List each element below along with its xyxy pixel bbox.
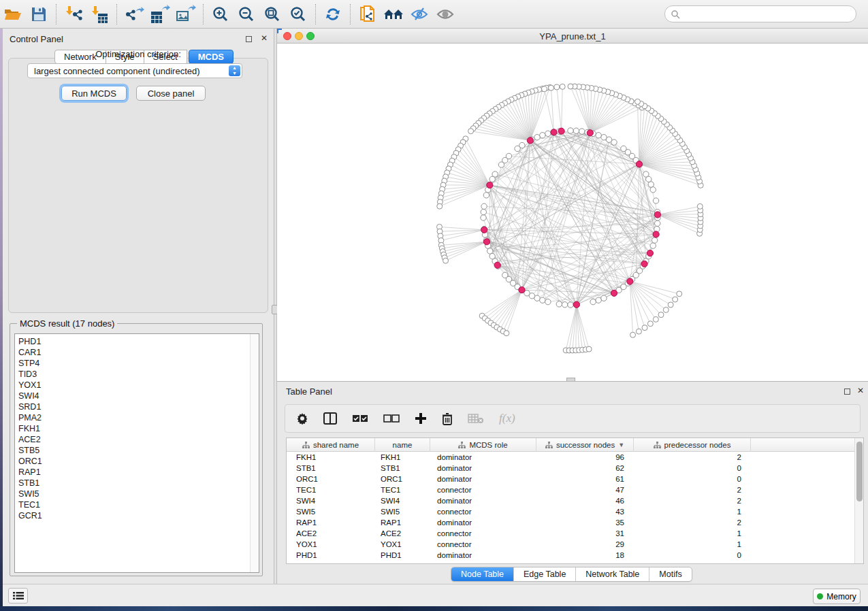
table-cell[interactable]: SWI5 [287, 506, 375, 517]
close-panel-icon[interactable]: ✕ [261, 33, 268, 43]
select-all-button[interactable] [352, 408, 368, 429]
export-image-button[interactable] [173, 3, 199, 26]
network-node[interactable] [663, 307, 669, 312]
memory-button[interactable]: Memory [813, 589, 861, 604]
table-cell[interactable]: PHD1 [375, 550, 430, 561]
network-node[interactable] [647, 321, 653, 327]
table-cell[interactable]: 2 [634, 517, 751, 528]
table-cell[interactable]: dominator [430, 495, 536, 506]
network-node[interactable] [586, 346, 592, 352]
zoom-selected-button[interactable] [285, 3, 311, 26]
network-node[interactable] [548, 85, 553, 90]
table-cell[interactable]: TEC1 [375, 484, 430, 495]
table-cell[interactable]: SWI5 [375, 506, 430, 517]
table-cell[interactable]: 35 [536, 517, 634, 528]
network-node[interactable] [560, 84, 565, 89]
mcds-result-item[interactable]: SWI5 [18, 489, 250, 499]
network-node[interactable] [554, 84, 560, 90]
table-cell[interactable]: FKH1 [375, 452, 430, 463]
table-cell[interactable]: 1 [634, 506, 751, 517]
table-row[interactable]: SWI5SWI5connector431 [287, 506, 854, 517]
table-cell[interactable]: STB1 [375, 463, 430, 474]
network-hub-node[interactable] [551, 129, 557, 135]
mcds-result-item[interactable]: FKH1 [18, 423, 250, 434]
network-node[interactable] [601, 135, 607, 140]
network-node[interactable] [556, 301, 562, 307]
network-hub-node[interactable] [627, 278, 633, 284]
network-node[interactable] [498, 162, 504, 167]
network-node[interactable] [596, 297, 601, 303]
tab-network-table[interactable]: Network Table [576, 567, 649, 581]
table-cell[interactable]: connector [430, 506, 536, 517]
network-node[interactable] [568, 84, 573, 89]
network-node[interactable] [562, 302, 567, 308]
network-node[interactable] [534, 135, 540, 140]
table-cell[interactable]: FKH1 [287, 452, 375, 463]
mcds-result-item[interactable]: CAR1 [18, 347, 250, 358]
table-scrollbar[interactable] [854, 438, 863, 563]
zoom-out-button[interactable] [234, 3, 259, 26]
column-header-predecessor-nodes[interactable]: predecessor nodes [634, 438, 751, 452]
column-header-successor-nodes[interactable]: successor nodes▼ [536, 438, 634, 452]
table-cell[interactable]: 47 [536, 484, 634, 495]
table-settings-button[interactable] [296, 408, 308, 429]
table-cell[interactable]: dominator [430, 463, 536, 474]
refresh-layout-button[interactable] [320, 3, 346, 26]
show-columns-button[interactable] [323, 408, 337, 429]
network-hub-node[interactable] [487, 182, 493, 188]
network-hub-node[interactable] [641, 261, 647, 267]
mcds-result-item[interactable]: ORC1 [18, 456, 250, 467]
table-cell[interactable]: STB1 [287, 463, 375, 474]
network-hub-node[interactable] [573, 301, 579, 308]
delete-column-button[interactable] [442, 408, 453, 429]
network-hub-node[interactable] [481, 227, 487, 233]
table-cell[interactable]: 1 [634, 528, 751, 539]
network-node[interactable] [483, 193, 489, 198]
open-file-button[interactable] [0, 3, 26, 26]
table-cell[interactable]: dominator [430, 474, 536, 484]
mcds-result-item[interactable]: PMA2 [18, 412, 250, 423]
network-node[interactable] [697, 203, 703, 209]
save-session-button[interactable] [26, 3, 52, 26]
network-hub-node[interactable] [519, 287, 525, 293]
export-network-button[interactable] [121, 3, 147, 26]
table-row[interactable]: RAP1RAP1dominator352 [287, 517, 854, 528]
network-node[interactable] [481, 215, 486, 220]
deselect-all-button[interactable] [383, 408, 400, 429]
clone-network-button[interactable] [355, 3, 381, 26]
table-cell[interactable]: 96 [536, 452, 634, 463]
network-node[interactable] [489, 176, 495, 182]
network-node[interactable] [568, 128, 573, 133]
network-hub-node[interactable] [654, 212, 660, 218]
table-cell[interactable]: 29 [536, 539, 634, 550]
table-cell[interactable]: 0 [634, 463, 751, 474]
table-cell[interactable]: dominator [430, 452, 536, 463]
network-node[interactable] [437, 203, 443, 209]
destroy-table-button[interactable] [468, 408, 484, 429]
network-node[interactable] [601, 295, 607, 301]
network-node[interactable] [504, 331, 509, 336]
network-node[interactable] [568, 302, 573, 308]
float-panel-icon[interactable] [246, 36, 252, 42]
table-cell[interactable]: ORC1 [287, 474, 375, 484]
optimization-criterion-select[interactable]: largest connected component (undirected)… [27, 63, 242, 78]
float-panel-icon[interactable] [844, 389, 850, 395]
network-node[interactable] [573, 128, 579, 133]
network-node[interactable] [579, 129, 585, 134]
network-node[interactable] [534, 295, 540, 301]
network-hub-node[interactable] [647, 250, 653, 256]
network-hub-node[interactable] [611, 290, 617, 296]
mcds-result-item[interactable]: GCR1 [18, 510, 250, 521]
mcds-result-item[interactable]: STP4 [18, 358, 250, 369]
table-cell[interactable]: RAP1 [375, 517, 430, 528]
network-node[interactable] [653, 316, 658, 322]
network-node[interactable] [652, 237, 657, 243]
mcds-list-scrollbar[interactable] [250, 334, 259, 572]
table-cell[interactable]: PHD1 [287, 550, 375, 561]
table-cell[interactable]: ACE2 [287, 528, 375, 539]
network-node[interactable] [481, 203, 487, 209]
table-cell[interactable]: 18 [536, 550, 634, 561]
table-cell[interactable]: 31 [536, 528, 634, 539]
network-node[interactable] [545, 299, 551, 304]
table-row[interactable]: SWI4SWI4dominator462 [287, 495, 854, 506]
